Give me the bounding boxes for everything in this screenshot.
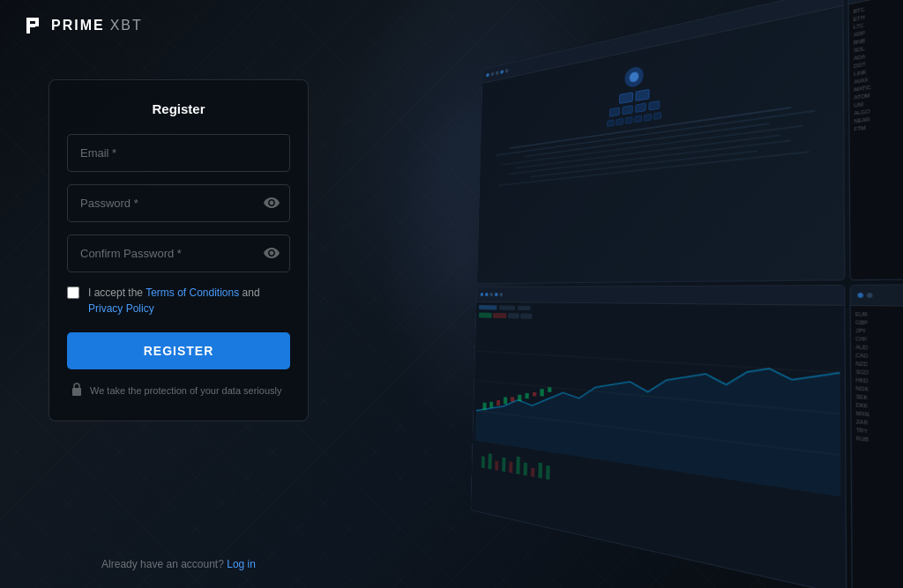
- logo-brand: PRIME: [51, 18, 105, 33]
- svg-rect-16: [502, 458, 505, 473]
- terms-checkbox-wrapper[interactable]: [67, 287, 79, 302]
- monitor-top-left: [476, 0, 845, 284]
- svg-rect-10: [533, 392, 536, 397]
- svg-rect-7: [511, 397, 514, 402]
- security-row: We take the protection of your data seri…: [67, 382, 290, 399]
- svg-rect-20: [531, 467, 534, 477]
- monitors-area: BTC+2.3% ETH-1.2% LTC+0.8% XRP-0.5% BNB+…: [392, 0, 903, 588]
- svg-rect-15: [495, 461, 498, 471]
- email-input-wrapper: [67, 134, 290, 172]
- confirm-password-input-wrapper: [67, 234, 290, 272]
- svg-rect-5: [496, 400, 500, 406]
- password-form-group: [67, 184, 290, 222]
- svg-rect-3: [482, 402, 486, 410]
- terms-link[interactable]: Terms of Conditions: [146, 287, 239, 299]
- register-card: Register: [49, 79, 309, 421]
- terms-label: I accept the Terms of Conditions and Pri…: [88, 285, 290, 316]
- monitor-bottom-row: EUR-0.2% GBP+0.3% JPY-0.7% CHF+0.1% AUD-…: [470, 284, 903, 588]
- confirm-password-form-group: [67, 234, 290, 272]
- terms-checkbox-row: I accept the Terms of Conditions and Pri…: [67, 285, 290, 316]
- logo: PRIME XBT: [26, 18, 143, 33]
- footer-text: Already have an account?: [101, 558, 227, 570]
- left-panel: PRIME XBT Register: [0, 0, 423, 588]
- password-eye-icon[interactable]: [264, 197, 280, 211]
- security-text: We take the protection of your data seri…: [90, 385, 281, 396]
- password-input-wrapper: [67, 184, 290, 222]
- svg-rect-22: [546, 465, 550, 480]
- svg-rect-26: [26, 24, 35, 27]
- svg-rect-13: [481, 456, 485, 468]
- svg-rect-21: [538, 463, 542, 479]
- monitor-top-row: BTC+2.3% ETH-1.2% LTC+0.8% XRP-0.5% BNB+…: [476, 0, 903, 284]
- privacy-link[interactable]: Privacy Policy: [88, 302, 154, 315]
- svg-rect-27: [72, 388, 81, 396]
- svg-rect-8: [518, 395, 521, 402]
- svg-rect-14: [488, 453, 491, 469]
- lock-icon: [71, 382, 83, 399]
- svg-rect-18: [516, 457, 520, 474]
- svg-rect-12: [548, 387, 551, 392]
- monitor-bottom-right: EUR-0.2% GBP+0.3% JPY-0.7% CHF+0.1% AUD-…: [849, 284, 903, 588]
- svg-rect-17: [509, 462, 512, 473]
- svg-rect-25: [35, 18, 39, 26]
- email-form-group: [67, 134, 290, 172]
- card-title: Register: [67, 101, 290, 116]
- password-input[interactable]: [67, 184, 290, 222]
- prime-logo-icon: [26, 18, 46, 33]
- logo-sub: XBT: [110, 18, 143, 33]
- monitor-top-right: BTC+2.3% ETH-1.2% LTC+0.8% XRP-0.5% BNB+…: [847, 0, 903, 280]
- svg-rect-11: [540, 389, 543, 397]
- svg-rect-6: [504, 397, 507, 404]
- monitor-bottom-left: [470, 285, 847, 588]
- login-link[interactable]: Log in: [227, 558, 256, 570]
- svg-rect-19: [524, 462, 527, 475]
- register-button[interactable]: Register: [67, 332, 290, 369]
- email-input[interactable]: [67, 134, 290, 172]
- svg-rect-4: [489, 402, 493, 408]
- confirm-password-input[interactable]: [67, 234, 290, 272]
- terms-checkbox[interactable]: [67, 287, 79, 299]
- svg-rect-9: [525, 393, 528, 399]
- footer: Already have an account? Log in: [49, 558, 309, 570]
- confirm-password-eye-icon[interactable]: [264, 247, 280, 261]
- svg-line-0: [478, 351, 840, 373]
- monitor-grid: BTC+2.3% ETH-1.2% LTC+0.8% XRP-0.5% BNB+…: [470, 0, 903, 588]
